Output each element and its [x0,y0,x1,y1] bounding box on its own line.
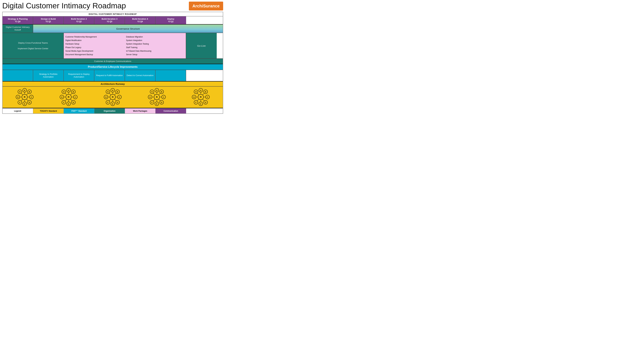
page-wrapper: Digital Customer Intimacy Roadmap ArchiS… [0,0,226,115]
auto-cell-3: Request to Fulfill Automation [94,70,125,81]
svg-text:F: F [151,101,152,103]
work-middle-10: Document Management Backup [65,53,124,56]
legend-comm: Communication [156,108,186,113]
wheel-svg-1: R A B C D E F G H [16,88,34,106]
svg-text:R: R [200,96,202,98]
work-middle-7: Staff Training [126,46,184,49]
svg-text:A: A [112,89,113,91]
svg-text:C: C [31,96,32,98]
work-middle-3: System Integration [126,39,184,42]
work-middle-4: Hardware Setup [65,42,124,45]
svg-text:R: R [156,96,158,98]
gov-structure: Governance Structure [33,25,223,33]
svg-text:H: H [63,91,64,93]
work-middle: Customer Relationship Management Databas… [64,33,186,58]
legend-text-3: Organization [104,110,116,112]
svg-text:D: D [205,101,206,103]
phase-header-5: Deploy Y3 Q1 [156,16,186,24]
svg-text:G: G [105,96,107,98]
svg-text:F: F [196,101,196,103]
svg-text:B: B [161,91,162,93]
svg-text:H: H [19,91,20,93]
work-middle-5: System Integration Testing [126,42,184,45]
wheel-2: R A B C D E F G H [60,88,78,106]
phase-quarter-5: Y3 Q1 [156,20,186,23]
svg-text:H: H [195,91,196,93]
svg-text:H: H [151,91,153,93]
auto-cell-1: Strategy to Portfolio Automation [33,70,64,81]
legend-workpkg: Work Packages [125,108,156,113]
work-middle-1: Database Migration [126,35,184,38]
svg-text:C: C [75,96,76,98]
svg-text:R: R [24,96,26,98]
auto-cell-2: Requirement to Deploy Automation [64,70,94,81]
legend-text-4: Work Packages [133,110,147,112]
wheel-1: R A B C D E F G H [16,88,34,106]
wheel-5: R A B C D E F G H [192,88,210,106]
svg-text:B: B [29,91,30,93]
svg-text:D: D [117,101,118,103]
automation-row: Strategy to Portfolio Automation Require… [2,70,223,82]
svg-text:H: H [107,91,108,93]
phase-quarter-2: Y2 Q2 [64,20,94,23]
arch-banner: Architecture Runway [2,82,223,86]
legend-togaf: TOGAF® Standard [33,108,64,113]
legend-text-1: TOGAF® Standard [40,110,57,112]
svg-text:G: G [17,96,19,98]
auto-cell-4: Detect to Correct Automation [125,70,156,81]
lifecycle-banner: Product/Service Lifecycle Improvements [2,64,223,70]
work-middle-6: Phase Out Legacy [65,46,124,49]
svg-text:D: D [161,101,162,103]
legend-text-5: Communication [164,110,178,112]
phase-header-4: Build Iteration 4 Y2 Q4 [125,16,156,24]
svg-text:G: G [61,96,63,98]
svg-text:D: D [29,101,30,103]
work-left: Deploy Cross-Functional Teams Implement … [2,33,64,58]
work-middle-11: Server Setup [126,53,184,56]
wheel-4: R A B C D E F G H [148,88,166,106]
phase-name-2: Build Iteration 2 [64,18,94,20]
svg-text:E: E [24,103,25,105]
svg-text:R: R [68,96,70,98]
phase-header-0: Strategy & Planning Y1 Q4 [2,16,33,24]
wheel-svg-2: R A B C D E F G H [60,88,78,106]
legend-label: Legend: [2,108,33,113]
phase-name-4: Build Iteration 4 [126,18,154,20]
svg-text:F: F [63,101,64,103]
wheel-3: R A B C D E F G H [104,88,122,106]
auto-empty-left [2,70,33,81]
svg-text:C: C [119,96,120,98]
work-item-0: Deploy Cross-Functional Teams [18,42,48,44]
svg-text:G: G [193,96,195,98]
svg-text:B: B [117,91,118,93]
legend-text-2: IT4IT™ Standard [71,110,86,112]
work-middle-2: Digital Modification [65,39,124,42]
work-item-1: Implement Digital Service Center [18,47,48,50]
svg-text:B: B [205,91,206,93]
work-middle-9: IoT-Based Data Warehousing [126,49,184,52]
brand-badge: ArchiSurance [189,1,223,10]
phase-header-2: Build Iteration 2 Y2 Q2 [64,16,94,24]
work-area-row: Deploy Cross-Functional Teams Implement … [2,33,223,59]
roadmap-title-bar: DIGITAL CUSTOMER INTIMACY ROADMAP [2,12,223,16]
svg-text:F: F [19,101,20,103]
phase-name-0: Strategy & Planning [3,18,32,20]
arch-row: R A B C D E F G H [2,86,223,108]
phase-quarter-3: Y2 Q3 [95,20,124,23]
svg-text:E: E [112,103,113,105]
work-middle-8: Social Media Apps Development [65,49,124,52]
header: Digital Customer Intimacy Roadmap ArchiS… [2,1,223,10]
phase-quarter-4: Y2 Q4 [126,20,154,23]
svg-text:R: R [112,96,114,98]
wheel-svg-3: R A B C D E F G H [104,88,122,106]
svg-text:C: C [207,96,208,98]
svg-text:G: G [149,96,151,98]
comms-row: Customer & Employee Communications [2,59,223,64]
legend-row: Legend: TOGAF® Standard IT4IT™ Standard … [2,108,223,113]
phase-quarter-1: Y2 Q1 [34,20,63,23]
svg-text:A: A [68,89,69,91]
auto-empty-right [156,70,186,81]
roadmap-container: DIGITAL CUSTOMER INTIMACY ROADMAP Strate… [2,12,223,114]
wheel-svg-4: R A B C D E F G H [148,88,166,106]
legend-org: Organization [94,108,125,113]
